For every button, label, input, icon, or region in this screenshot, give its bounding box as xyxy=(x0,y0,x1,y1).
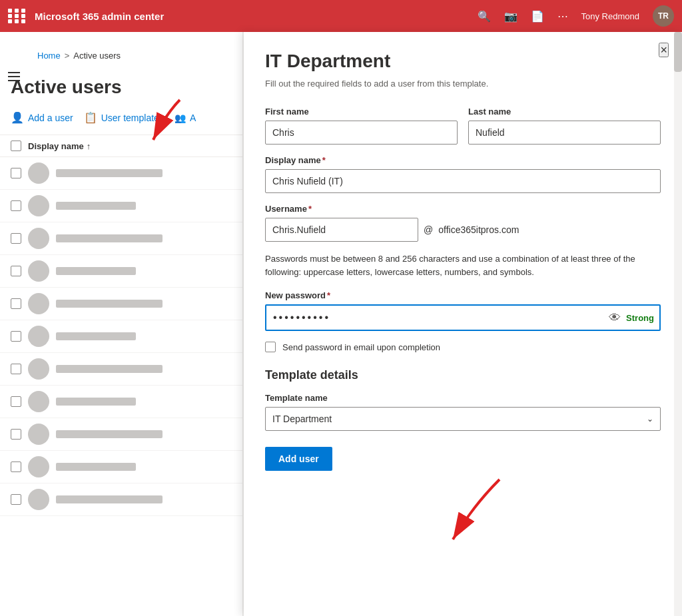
breadcrumb-current: Active users xyxy=(73,51,121,61)
row-checkbox[interactable] xyxy=(11,298,21,309)
user-avatar xyxy=(28,489,49,510)
table-row[interactable] xyxy=(0,386,242,418)
table-row[interactable] xyxy=(0,451,242,483)
table-header: Display name ↑ xyxy=(0,135,242,157)
help-icon[interactable]: 📄 xyxy=(531,10,544,23)
send-email-checkbox[interactable] xyxy=(265,342,276,352)
add-user-icon: 👤 xyxy=(11,111,24,124)
send-email-label: Send password in email upon completion xyxy=(282,342,440,352)
row-checkbox[interactable] xyxy=(11,331,21,342)
row-checkbox[interactable] xyxy=(11,200,21,211)
right-panel: × IT Department Fill out the required fi… xyxy=(244,32,682,616)
table-row[interactable] xyxy=(0,418,242,451)
hamburger-menu[interactable] xyxy=(8,72,20,81)
table-row[interactable] xyxy=(0,288,242,320)
username-row: @ office365itpros.com xyxy=(265,218,661,242)
template-name-group: Template name IT Department ⌄ xyxy=(265,393,661,431)
user-name xyxy=(56,300,163,308)
add-more-icon: 👥 xyxy=(174,113,186,123)
breadcrumb-separator: > xyxy=(65,51,70,61)
show-password-icon[interactable]: 👁 xyxy=(609,311,621,325)
row-checkbox[interactable] xyxy=(11,494,21,505)
password-strength-label: Strong xyxy=(626,313,654,323)
add-user-button[interactable]: 👤 Add a user xyxy=(11,109,73,127)
user-templates-label: User templates xyxy=(101,113,164,123)
notification-icon[interactable]: 📷 xyxy=(504,10,517,23)
display-name-group: Display name* xyxy=(265,155,661,193)
display-name-input[interactable] xyxy=(265,169,661,193)
password-input[interactable] xyxy=(265,304,661,331)
password-note: Passwords must be between 8 and 256 char… xyxy=(265,252,661,280)
user-avatar xyxy=(28,456,49,477)
select-all-checkbox[interactable] xyxy=(11,141,21,151)
panel-subtitle: Fill out the required fields to add a us… xyxy=(265,77,661,91)
add-user-label: Add a user xyxy=(28,113,73,123)
user-name xyxy=(56,234,163,242)
row-checkbox[interactable] xyxy=(11,364,21,374)
panel-content: IT Department Fill out the required fiel… xyxy=(244,32,682,497)
page-title: Active users xyxy=(0,74,242,109)
avatar[interactable]: TR xyxy=(653,5,674,27)
required-marker: * xyxy=(322,155,326,165)
table-row[interactable] xyxy=(0,157,242,190)
breadcrumb-home[interactable]: Home xyxy=(37,51,61,61)
last-name-input[interactable] xyxy=(468,121,661,145)
user-avatar xyxy=(28,195,49,216)
page-scrollbar xyxy=(674,32,682,616)
row-checkbox[interactable] xyxy=(11,233,21,244)
more-icon[interactable]: ⋯ xyxy=(557,10,568,23)
required-marker: * xyxy=(327,290,330,300)
domain-text: office365itpros.com xyxy=(438,224,519,235)
scrollbar-thumb[interactable] xyxy=(674,32,682,72)
template-dropdown-value: IT Department xyxy=(272,414,332,424)
last-name-group: Last name xyxy=(468,107,661,145)
template-name-dropdown[interactable]: IT Department ⌄ xyxy=(265,407,661,431)
password-group: New password* 👁 Strong xyxy=(265,290,661,331)
table-row[interactable] xyxy=(0,353,242,386)
last-name-label: Last name xyxy=(468,107,661,117)
add-more-label: A xyxy=(190,113,196,123)
table-row[interactable] xyxy=(0,320,242,353)
first-name-label: First name xyxy=(265,107,458,117)
user-name xyxy=(56,267,136,275)
row-checkbox[interactable] xyxy=(11,396,21,407)
search-icon[interactable]: 🔍 xyxy=(478,10,491,23)
waffle-icon[interactable] xyxy=(8,9,27,23)
user-avatar xyxy=(28,424,49,445)
required-marker: * xyxy=(308,204,312,214)
sort-icon[interactable]: ↑ xyxy=(87,141,91,151)
table-row[interactable] xyxy=(0,190,242,222)
row-checkbox[interactable] xyxy=(11,429,21,440)
left-panel: Home > Active users Active users 👤 Add a… xyxy=(0,32,243,616)
toolbar: 👤 Add a user 📋 User templates 👥 A xyxy=(0,109,242,135)
table-row[interactable] xyxy=(0,222,242,255)
template-details-title: Template details xyxy=(265,368,661,382)
add-more-button[interactable]: 👥 A xyxy=(174,110,196,126)
close-button[interactable]: × xyxy=(659,43,669,57)
user-avatar xyxy=(28,293,49,314)
user-name xyxy=(56,495,163,503)
first-name-input[interactable] xyxy=(265,121,458,145)
username-label: Tony Redmond xyxy=(581,11,639,21)
user-name xyxy=(56,202,136,210)
display-name-column-header: Display name ↑ xyxy=(28,141,91,151)
top-navigation-bar: Microsoft 365 admin center 🔍 📷 📄 ⋯ Tony … xyxy=(0,0,682,32)
table-row[interactable] xyxy=(0,255,242,288)
username-group: Username* @ office365itpros.com xyxy=(265,204,661,242)
app-title: Microsoft 365 admin center xyxy=(35,11,470,22)
user-avatar xyxy=(28,326,49,347)
row-checkbox[interactable] xyxy=(11,266,21,276)
user-avatar xyxy=(28,162,49,184)
row-checkbox[interactable] xyxy=(11,462,21,472)
table-row[interactable] xyxy=(0,483,242,516)
send-email-row: Send password in email upon completion xyxy=(265,342,661,352)
username-label: Username* xyxy=(265,204,661,214)
top-bar-actions: 🔍 📷 📄 ⋯ Tony Redmond TR xyxy=(478,5,674,27)
username-input[interactable] xyxy=(265,218,418,242)
user-templates-button[interactable]: 📋 User templates xyxy=(84,109,164,127)
user-avatar xyxy=(28,358,49,380)
add-user-button[interactable]: Add user xyxy=(265,447,332,471)
chevron-down-icon: ⌄ xyxy=(647,414,653,424)
row-checkbox[interactable] xyxy=(11,168,21,178)
name-row: First name Last name xyxy=(265,107,661,145)
